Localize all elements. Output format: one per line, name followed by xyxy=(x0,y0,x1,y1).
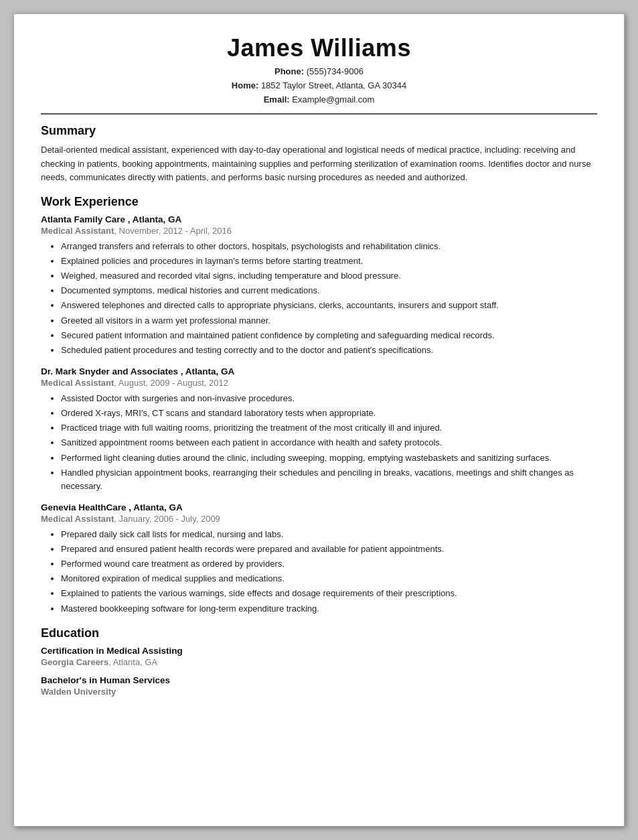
edu-2-degree: Bachelor's in Human Services xyxy=(41,675,597,685)
email-value: Example@gmail.com xyxy=(292,94,374,104)
list-item: Greeted all visitors in a warm yet profe… xyxy=(61,314,597,328)
job-3-role: Medical Assistant xyxy=(41,514,114,524)
list-item: Arranged transfers and referrals to othe… xyxy=(61,240,597,253)
job-entry-2: Dr. Mark Snyder and Associates , Atlanta… xyxy=(41,366,597,493)
candidate-name: James Williams xyxy=(41,34,597,62)
edu-2-school-name: Walden University xyxy=(41,687,116,697)
work-experience-section: Work Experience Atlanta Family Care , At… xyxy=(41,195,597,616)
list-item: Handled physician appointment books, rea… xyxy=(61,466,597,493)
resume-header: James Williams Phone: (555)734-9006 Home… xyxy=(41,34,597,115)
list-item: Assisted Doctor with surgeries and non-i… xyxy=(61,392,597,405)
job-2-role: Medical Assistant xyxy=(41,378,114,388)
job-3-dates: , January, 2006 - July, 2009 xyxy=(114,514,220,524)
job-3-bullets: Prepared daily sick call lists for medic… xyxy=(41,528,597,616)
email-line: Email: Example@gmail.com xyxy=(41,93,597,107)
education-section: Education Certification in Medical Assis… xyxy=(41,626,597,697)
list-item: Prepared daily sick call lists for medic… xyxy=(61,528,597,541)
edu-1-location: , Atlanta, GA xyxy=(108,657,157,667)
list-item: Sanitized appointment rooms between each… xyxy=(61,436,597,449)
list-item: Weighed, measured and recorded vital sig… xyxy=(61,269,597,283)
list-item: Prepared and ensured patient health reco… xyxy=(61,543,597,556)
list-item: Explained to patients the various warnin… xyxy=(61,587,597,600)
job-3-subtitle: Medical Assistant, January, 2006 - July,… xyxy=(41,514,597,524)
list-item: Performed wound care treatment as ordere… xyxy=(61,557,597,571)
job-3-company: Genevia HealthCare , Atlanta, GA xyxy=(41,502,597,512)
education-title: Education xyxy=(41,626,597,640)
job-2-subtitle: Medical Assistant, August, 2009 - August… xyxy=(41,378,597,388)
summary-text: Detail-oriented medical assistant, exper… xyxy=(41,143,597,184)
list-item: Ordered X-rays, MRI's, CT scans and stan… xyxy=(61,407,597,420)
job-1-dates: , November, 2012 - April, 2016 xyxy=(114,226,232,236)
phone-label: Phone: xyxy=(274,66,304,76)
list-item: Practiced triage with full waiting rooms… xyxy=(61,421,597,435)
edu-entry-1: Certification in Medical Assisting Georg… xyxy=(41,646,597,667)
edu-1-degree: Certification in Medical Assisting xyxy=(41,646,597,656)
phone-line: Phone: (555)734-9006 xyxy=(41,65,597,79)
edu-2-school: Walden University xyxy=(41,687,597,697)
job-1-company: Atlanta Family Care , Atlanta, GA xyxy=(41,214,597,224)
job-1-subtitle: Medical Assistant, November, 2012 - Apri… xyxy=(41,226,597,236)
job-2-bullets: Assisted Doctor with surgeries and non-i… xyxy=(41,392,597,493)
list-item: Explained policies and procedures in lay… xyxy=(61,255,597,268)
list-item: Answered telephones and directed calls t… xyxy=(61,299,597,312)
home-label: Home: xyxy=(232,80,258,90)
list-item: Performed light cleaning duties around t… xyxy=(61,451,597,465)
home-value: 1852 Taylor Street, Atlanta, GA 30344 xyxy=(261,80,406,90)
contact-info: Phone: (555)734-9006 Home: 1852 Taylor S… xyxy=(41,65,597,107)
job-entry-1: Atlanta Family Care , Atlanta, GA Medica… xyxy=(41,214,597,357)
edu-1-school: Georgia Careers, Atlanta, GA xyxy=(41,657,597,667)
work-experience-title: Work Experience xyxy=(41,195,597,209)
list-item: Secured patient information and maintain… xyxy=(61,329,597,342)
list-item: Monitored expiration of medical supplies… xyxy=(61,572,597,585)
job-2-dates: , August, 2009 - August, 2012 xyxy=(114,378,228,388)
list-item: Mastered bookkeeping software for long-t… xyxy=(61,602,597,616)
summary-section: Summary Detail-oriented medical assistan… xyxy=(41,124,597,184)
job-entry-3: Genevia HealthCare , Atlanta, GA Medical… xyxy=(41,502,597,616)
email-label: Email: xyxy=(264,94,290,104)
resume-container: James Williams Phone: (555)734-9006 Home… xyxy=(13,13,625,827)
list-item: Documented symptoms, medical histories a… xyxy=(61,284,597,297)
job-1-bullets: Arranged transfers and referrals to othe… xyxy=(41,240,597,357)
edu-1-school-name: Georgia Careers xyxy=(41,657,108,667)
job-2-company: Dr. Mark Snyder and Associates , Atlanta… xyxy=(41,366,597,376)
phone-value: (555)734-9006 xyxy=(307,66,364,76)
home-line: Home: 1852 Taylor Street, Atlanta, GA 30… xyxy=(41,79,597,93)
job-1-role: Medical Assistant xyxy=(41,226,114,236)
edu-entry-2: Bachelor's in Human Services Walden Univ… xyxy=(41,675,597,697)
list-item: Scheduled patient procedures and testing… xyxy=(61,344,597,357)
summary-title: Summary xyxy=(41,124,597,138)
